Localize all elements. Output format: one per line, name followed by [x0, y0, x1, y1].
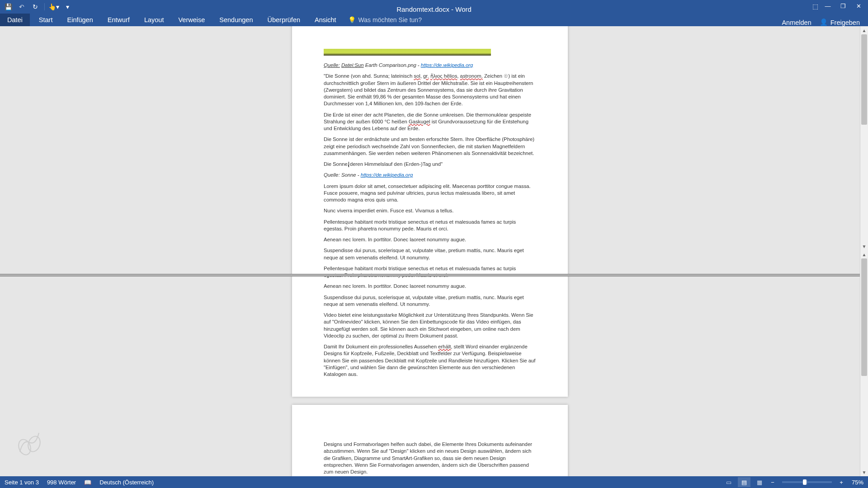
- proofing-icon[interactable]: 📖: [84, 479, 91, 486]
- paragraph: Die Sonne ist der erdnächste und am best…: [324, 136, 536, 157]
- vertical-scrollbar-bottom-pane[interactable]: ▲ ▼: [860, 250, 868, 476]
- share-icon: 👤: [820, 19, 828, 26]
- paragraph: Nunc viverra imperdiet enim. Fusce est. …: [324, 207, 536, 214]
- paragraph: Pellentesque habitant morbi tristique se…: [324, 265, 536, 279]
- tab-layout[interactable]: Layout: [137, 14, 171, 26]
- paragraph: Pellentesque habitant morbi tristique se…: [324, 219, 536, 233]
- paragraph: Die Sonne, deren Himmelslauf den (Erden-…: [324, 161, 536, 168]
- scroll-thumb[interactable]: [861, 34, 867, 125]
- image-source-line: Quelle: Datei:Sun Earth Comparison.png -…: [324, 62, 536, 69]
- word-count[interactable]: 998 Wörter: [47, 479, 76, 486]
- zoom-level[interactable]: 75%: [852, 479, 863, 486]
- tab-insert[interactable]: Einfügen: [60, 14, 100, 26]
- tab-mailings[interactable]: Sendungen: [212, 14, 260, 26]
- paragraph: Lorem ipsum dolor sit amet, consectetuer…: [324, 183, 536, 204]
- paragraph: Aenean nec lorem. In porttitor. Donec la…: [324, 236, 536, 243]
- zoom-slider-knob[interactable]: [803, 479, 807, 485]
- tell-me-placeholder: Was möchten Sie tun?: [359, 16, 422, 23]
- watermark-logo: [14, 427, 45, 458]
- zoom-slider[interactable]: [782, 481, 832, 483]
- tab-start[interactable]: Start: [32, 14, 60, 26]
- qat-separator: [44, 3, 45, 10]
- save-button[interactable]: 💾: [3, 2, 14, 12]
- print-layout-button[interactable]: ▤: [738, 477, 750, 487]
- paragraph: Video bietet eine leistungsstarke Möglic…: [324, 312, 536, 339]
- tab-references[interactable]: Verweise: [171, 14, 212, 26]
- paragraph: "Die Sonne (von ahd. Sunna; lateinisch s…: [324, 73, 536, 107]
- share-label: Freigeben: [830, 19, 860, 26]
- share-button[interactable]: 👤 Freigeben: [820, 19, 860, 26]
- source1-link[interactable]: https://de.wikipedia.org: [421, 62, 473, 68]
- tell-me-search[interactable]: 💡 Was möchten Sie tun?: [344, 14, 426, 26]
- tab-design[interactable]: Entwurf: [100, 14, 137, 26]
- scroll-down-button[interactable]: ▼: [860, 242, 868, 250]
- status-bar: Seite 1 von 3 998 Wörter 📖 Deutsch (Öste…: [0, 476, 868, 488]
- source-line-2: Quelle: Sonne - https://de.wikipedia.org: [324, 172, 536, 178]
- paragraph: Designs und Formatvorlagen helfen auch d…: [324, 441, 536, 475]
- scroll-up-button[interactable]: ▲: [860, 26, 868, 34]
- restore-button[interactable]: ❐: [835, 1, 851, 11]
- page-1[interactable]: Quelle: Datei:Sun Earth Comparison.png -…: [292, 26, 568, 397]
- redo-button[interactable]: ↻: [30, 2, 41, 12]
- scroll-track[interactable]: [860, 34, 868, 242]
- scroll-up-button[interactable]: ▲: [860, 250, 868, 258]
- vertical-scrollbar-top-pane[interactable]: ▲ ▼: [860, 26, 868, 250]
- qat-customize-button[interactable]: ▾: [62, 2, 73, 12]
- paragraph: Damit Ihr Dokument ein professionelles A…: [324, 343, 536, 378]
- undo-button[interactable]: ↶: [16, 2, 27, 12]
- source2-link[interactable]: https://de.wikipedia.org: [361, 172, 413, 178]
- page-2[interactable]: Designs und Formatvorlagen helfen auch d…: [292, 405, 568, 476]
- split-view-divider[interactable]: [0, 274, 860, 277]
- language-indicator[interactable]: Deutsch (Österreich): [99, 479, 154, 486]
- read-mode-button[interactable]: ▭: [722, 477, 735, 487]
- close-button[interactable]: ✕: [851, 1, 866, 11]
- embedded-image[interactable]: [324, 49, 491, 56]
- zoom-in-button[interactable]: +: [837, 479, 845, 486]
- tab-file[interactable]: Datei: [0, 14, 30, 26]
- scroll-down-button[interactable]: ▼: [860, 468, 868, 476]
- document-area[interactable]: Quelle: Datei:Sun Earth Comparison.png -…: [0, 26, 860, 476]
- tab-view[interactable]: Ansicht: [307, 14, 344, 26]
- lightbulb-icon: 💡: [348, 16, 356, 23]
- tab-review[interactable]: Überprüfen: [260, 14, 307, 26]
- paragraph: Aenean nec lorem. In porttitor. Donec la…: [324, 283, 536, 290]
- minimize-button[interactable]: ―: [820, 1, 835, 11]
- signin-button[interactable]: Anmelden: [782, 19, 811, 26]
- web-layout-button[interactable]: ▦: [753, 477, 766, 487]
- paragraph: Die Erde ist einer der acht Planeten, di…: [324, 112, 536, 132]
- paragraph: Suspendisse dui purus, scelerisque at, v…: [324, 294, 536, 308]
- svg-point-1: [26, 435, 42, 454]
- ribbon-display-options-button[interactable]: ⬚: [812, 3, 818, 10]
- document-title: Randomtext.docx - Word: [396, 5, 472, 13]
- paragraph: Suspendisse dui purus, scelerisque at, v…: [324, 247, 536, 261]
- svg-point-0: [17, 438, 33, 457]
- touch-mode-button[interactable]: 👆▾: [48, 2, 59, 12]
- page-indicator[interactable]: Seite 1 von 3: [5, 479, 39, 486]
- zoom-out-button[interactable]: −: [769, 479, 777, 486]
- scroll-track[interactable]: [860, 258, 868, 468]
- scroll-thumb[interactable]: [861, 258, 867, 376]
